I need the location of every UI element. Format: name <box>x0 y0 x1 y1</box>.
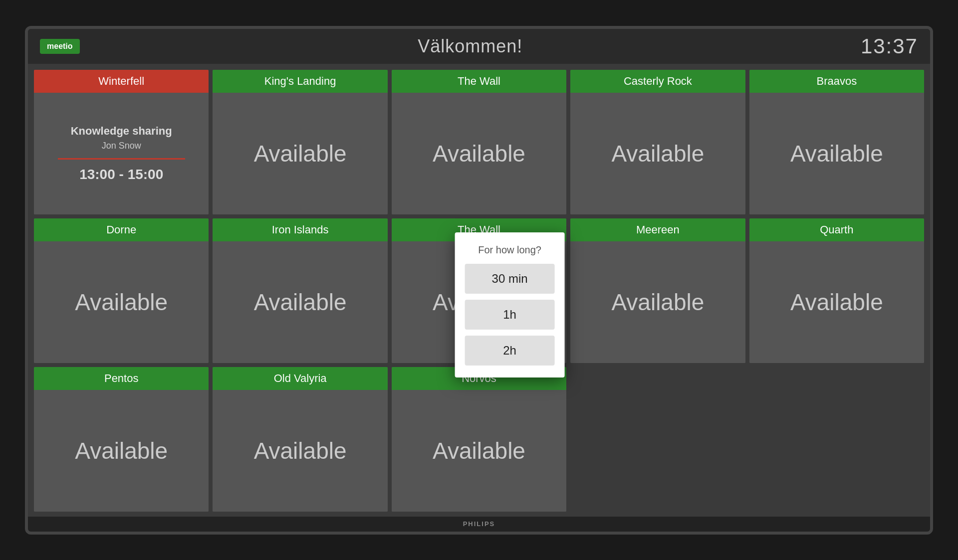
available-label-kings-landing: Available <box>254 140 347 167</box>
event-title-winterfell: Knowledge sharing <box>71 125 172 138</box>
grid-row-3: Pentos Available Old Valyria Available N… <box>34 367 924 512</box>
logo-badge: meetio <box>40 39 80 54</box>
room-body-pentos: Available <box>34 390 209 512</box>
tv-brand-label: PHILIPS <box>463 520 495 528</box>
event-divider-winterfell <box>58 158 185 160</box>
room-body-casterly-rock: Available <box>570 93 745 214</box>
room-quarth[interactable]: Quarth Available <box>749 218 924 363</box>
available-label-dorne: Available <box>75 289 168 316</box>
available-label-the-wall: Available <box>433 140 525 167</box>
modal-option-1h[interactable]: 1h <box>465 300 555 330</box>
room-header-casterly-rock: Casterly Rock <box>570 70 745 93</box>
room-body-winterfell: Knowledge sharing Jon Snow 13:00 - 15:00 <box>34 93 209 214</box>
header-time: 13:37 <box>861 34 918 58</box>
room-header-dorne: Dorne <box>34 218 209 241</box>
room-pentos[interactable]: Pentos Available <box>34 367 209 512</box>
room-norvos[interactable]: Norvos Available <box>392 367 566 512</box>
grid-row-1: Winterfell Knowledge sharing Jon Snow 13… <box>34 70 924 214</box>
room-header-pentos: Pentos <box>34 367 209 390</box>
room-meereen[interactable]: Meereen Available <box>570 218 745 363</box>
room-header-kings-landing: King's Landing <box>213 70 387 93</box>
available-label-iron-islands: Available <box>254 289 347 316</box>
room-old-valyria[interactable]: Old Valyria Available <box>213 367 387 512</box>
booking-modal: For how long? 30 min 1h 2h <box>455 232 565 377</box>
header-title: Välkommen! <box>418 36 522 57</box>
available-label-braavos: Available <box>790 140 883 167</box>
modal-option-2h[interactable]: 2h <box>465 336 555 366</box>
room-braavos[interactable]: Braavos Available <box>749 70 924 214</box>
event-organizer-winterfell: Jon Snow <box>102 141 141 151</box>
room-header-braavos: Braavos <box>749 70 924 93</box>
room-casterly-rock[interactable]: Casterly Rock Available <box>570 70 745 214</box>
available-label-meereen: Available <box>612 289 705 316</box>
room-body-norvos: Available <box>392 390 566 512</box>
room-header-meereen: Meereen <box>570 218 745 241</box>
room-body-iron-islands: Available <box>213 241 387 363</box>
event-time-winterfell: 13:00 - 15:00 <box>79 167 163 183</box>
room-header-winterfell: Winterfell <box>34 70 209 93</box>
available-label-quarth: Available <box>790 289 883 316</box>
room-body-quarth: Available <box>749 241 924 363</box>
main-content: Winterfell Knowledge sharing Jon Snow 13… <box>28 64 930 532</box>
room-body-braavos: Available <box>749 93 924 214</box>
room-body-meereen: Available <box>570 241 745 363</box>
room-body-old-valyria: Available <box>213 390 387 512</box>
room-dorne[interactable]: Dorne Available <box>34 218 209 363</box>
tv-frame: meetio Välkommen! 13:37 Winterfell Knowl… <box>25 26 933 535</box>
tv-brand-bar: PHILIPS <box>28 517 930 532</box>
room-header-quarth: Quarth <box>749 218 924 241</box>
header: meetio Välkommen! 13:37 <box>28 29 930 64</box>
available-label-old-valyria: Available <box>254 437 347 464</box>
room-header-iron-islands: Iron Islands <box>213 218 387 241</box>
room-body-dorne: Available <box>34 241 209 363</box>
modal-box: For how long? 30 min 1h 2h <box>455 232 565 377</box>
room-header-the-wall: The Wall <box>392 70 566 93</box>
available-label-casterly-rock: Available <box>612 140 705 167</box>
available-label-norvos: Available <box>433 437 525 464</box>
available-label-pentos: Available <box>75 437 168 464</box>
room-body-kings-landing: Available <box>213 93 387 214</box>
room-kings-landing[interactable]: King's Landing Available <box>213 70 387 214</box>
modal-option-30min[interactable]: 30 min <box>465 264 555 294</box>
room-header-old-valyria: Old Valyria <box>213 367 387 390</box>
room-winterfell[interactable]: Winterfell Knowledge sharing Jon Snow 13… <box>34 70 209 214</box>
room-the-wall[interactable]: The Wall Available <box>392 70 566 214</box>
room-body-the-wall: Available <box>392 93 566 214</box>
modal-question: For how long? <box>465 244 555 256</box>
room-iron-islands[interactable]: Iron Islands Available <box>213 218 387 363</box>
